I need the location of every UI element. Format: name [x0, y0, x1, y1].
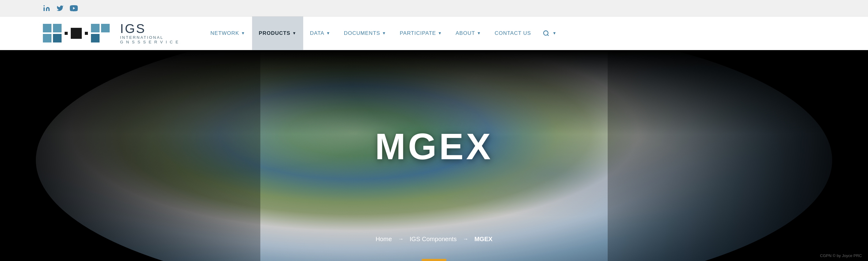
nav-item-products[interactable]: PRODUCTS ▼ — [252, 16, 303, 50]
twitter-link[interactable] — [56, 5, 64, 12]
linkedin-link[interactable] — [43, 5, 50, 12]
breadcrumb-igs-components[interactable]: IGS Components — [410, 236, 457, 243]
earth-shadow-top — [0, 50, 868, 135]
logo-dot — [85, 32, 88, 35]
logo-pixel-group-right — [91, 24, 110, 42]
svg-rect-0 — [43, 7, 45, 11]
nav-item-data[interactable]: DATA ▼ — [303, 16, 337, 50]
logo-igs-text: IGS — [120, 22, 179, 35]
logo-pixel-center — [71, 28, 82, 39]
svg-line-3 — [547, 35, 549, 36]
hero-section: MGEX Home → IGS Components → MGEX CGPN ©… — [0, 50, 868, 261]
logo-pixel — [91, 34, 99, 42]
chevron-down-icon: ▼ — [292, 31, 297, 35]
nav-item-network[interactable]: NETWORK ▼ — [204, 16, 252, 50]
nav-search-area[interactable]: ▼ — [538, 16, 561, 50]
youtube-link[interactable] — [70, 5, 78, 11]
breadcrumb-home[interactable]: Home — [375, 236, 392, 243]
nav-label-network: NETWORK — [210, 30, 239, 36]
nav-item-contact[interactable]: CONTACT US — [488, 16, 538, 50]
orange-accent-bar — [422, 259, 446, 261]
logo-subtitle-line2: G N S S S E R V I C E — [120, 40, 179, 44]
nav-label-about: ABOUT — [456, 30, 475, 36]
nav-label-contact: CONTACT US — [495, 30, 531, 36]
logo-pixel — [101, 34, 110, 42]
hero-title: MGEX — [375, 125, 493, 167]
svg-point-2 — [544, 31, 548, 35]
logo-pixel — [43, 24, 52, 32]
logo-pixel — [53, 34, 62, 42]
logo-pixel — [53, 24, 62, 32]
chevron-down-icon: ▼ — [553, 31, 557, 35]
logo-pixel — [43, 34, 52, 42]
nav-label-participate: PARTICIPATE — [400, 30, 436, 36]
logo-subtitle-line1: INTERNATIONAL — [120, 35, 179, 40]
chevron-down-icon: ▼ — [382, 31, 386, 35]
nav-item-participate[interactable]: PARTICIPATE ▼ — [393, 16, 449, 50]
nav-bar: IGS INTERNATIONAL G N S S S E R V I C E … — [0, 16, 868, 50]
breadcrumb-arrow-1: → — [398, 236, 404, 243]
breadcrumb-arrow-2: → — [463, 236, 468, 243]
nav-label-data: DATA — [310, 30, 324, 36]
chevron-down-icon: ▼ — [241, 31, 245, 35]
nav-label-products: PRODUCTS — [259, 30, 290, 36]
social-bar — [0, 0, 868, 16]
watermark: CGPN © by Joyce PRC — [820, 253, 862, 258]
search-icon — [543, 30, 550, 37]
chevron-down-icon: ▼ — [326, 31, 331, 35]
logo-text: IGS INTERNATIONAL G N S S S E R V I C E — [120, 22, 179, 44]
main-nav: NETWORK ▼ PRODUCTS ▼ DATA ▼ DOCUMENTS ▼ … — [204, 16, 825, 50]
nav-label-documents: DOCUMENTS — [344, 30, 380, 36]
logo-pixel-group-left — [43, 24, 62, 42]
logo-area[interactable]: IGS INTERNATIONAL G N S S S E R V I C E — [43, 22, 179, 44]
logo-pixel — [101, 24, 110, 32]
svg-point-1 — [43, 5, 45, 6]
chevron-down-icon: ▼ — [438, 31, 442, 35]
chevron-down-icon: ▼ — [477, 31, 481, 35]
nav-item-documents[interactable]: DOCUMENTS ▼ — [337, 16, 393, 50]
breadcrumb: Home → IGS Components → MGEX — [375, 236, 493, 243]
breadcrumb-mgex: MGEX — [474, 236, 493, 243]
logo-pixel — [91, 24, 99, 32]
nav-item-about[interactable]: ABOUT ▼ — [449, 16, 488, 50]
logo-pixels — [43, 24, 110, 42]
logo-dot — [65, 32, 68, 35]
